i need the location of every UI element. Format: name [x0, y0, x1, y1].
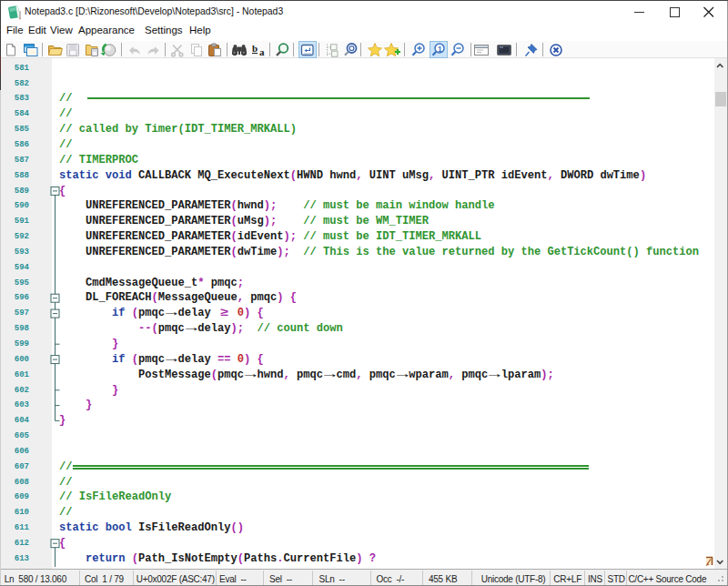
svg-text:b: b: [252, 43, 258, 54]
svg-text:1: 1: [438, 45, 442, 54]
svg-text:a: a: [259, 46, 265, 57]
